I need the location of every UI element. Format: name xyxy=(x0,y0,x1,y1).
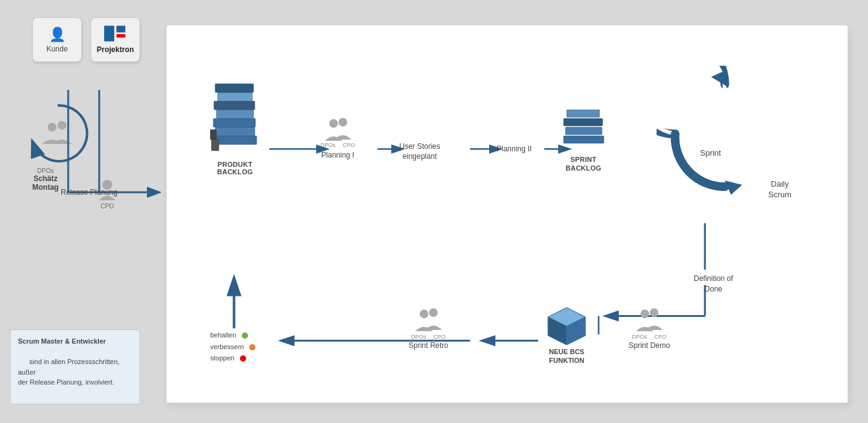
stoppen-label: stoppen xyxy=(210,354,234,362)
svg-point-29 xyxy=(329,119,338,128)
svg-rect-25 xyxy=(218,92,252,101)
planning2-label: Planning II xyxy=(497,145,532,153)
svg-rect-23 xyxy=(216,110,254,118)
info-box-body: sind in allen Prozessschritten, außer de… xyxy=(18,347,132,398)
sprint-retro-persons-icon xyxy=(413,308,444,331)
sprint-demo-cpo-label: CPO xyxy=(655,334,667,340)
svg-point-38 xyxy=(650,308,658,317)
planning1-cpo-label: CPO xyxy=(343,142,355,148)
sprint-backlog-label: SPRINT BACKLOG xyxy=(552,155,614,173)
sprint-retro-cpo-label: CPO xyxy=(433,334,446,340)
svg-point-37 xyxy=(640,309,649,318)
neue-bcs-cube-icon xyxy=(545,305,588,345)
sprint-demo-dpos-label: DPOs xyxy=(632,334,647,340)
kunde-label: Kunde xyxy=(46,45,68,53)
user-stories-line2: eingeplant xyxy=(399,152,440,162)
projektron-label: Projektron xyxy=(97,45,134,54)
sprint-demo-label: Sprint Demo xyxy=(629,341,670,350)
svg-rect-27 xyxy=(211,140,219,151)
svg-rect-21 xyxy=(215,127,255,136)
sprint-demo-persons-icon xyxy=(634,308,665,331)
behalten-label: behalten xyxy=(210,331,236,339)
planning1-dpos-label: DPOs xyxy=(321,142,335,148)
svg-rect-28 xyxy=(210,130,216,140)
behalten-dot-icon xyxy=(242,332,248,339)
svg-rect-34 xyxy=(567,110,600,117)
cpo-left-label: CPO xyxy=(98,203,117,210)
daily-scrum-label: Daily Scrum xyxy=(768,179,792,200)
behalten-row: behalten xyxy=(210,329,255,341)
verbessern-row: verbessern xyxy=(210,341,255,353)
sprint-label: Sprint xyxy=(700,148,721,158)
user-stories-line1: User Stories xyxy=(399,142,440,152)
sprint-backlog-stack-icon xyxy=(560,106,607,153)
sprint-retro-dpos-label: DPOs xyxy=(411,334,426,340)
release-planung-label: Release Planung xyxy=(61,188,117,197)
status-dots-area: behalten verbessern stoppen xyxy=(210,329,255,364)
projektron-card: Projektron xyxy=(91,17,140,62)
main-diagram-box: PRODUKT BACKLOG DPOs CPO Planning I User… xyxy=(166,25,848,403)
sprint-demo-area: DPOs CPO Sprint Demo xyxy=(629,308,670,350)
kunde-card: 👤 Kunde xyxy=(32,17,82,62)
svg-point-43 xyxy=(420,309,428,318)
svg-rect-22 xyxy=(213,118,255,127)
sprint-retro-area: DPOs CPO Sprint Retro xyxy=(409,308,448,350)
svg-rect-32 xyxy=(565,127,602,135)
svg-rect-24 xyxy=(214,101,255,110)
svg-rect-2 xyxy=(117,34,125,37)
info-box-bold: Scrum Master & Entwickler xyxy=(18,337,106,345)
top-boxes: 👤 Kunde Projektron xyxy=(32,17,140,62)
svg-rect-31 xyxy=(564,136,604,143)
definition-done-label: Definition of Done xyxy=(694,274,733,295)
neue-bcs-label: NEUE BCS FUNKTION xyxy=(545,347,588,365)
svg-point-44 xyxy=(429,308,438,317)
planning1-area: DPOs CPO Planning I xyxy=(321,117,355,159)
stoppen-row: stoppen xyxy=(210,352,255,364)
svg-point-30 xyxy=(339,118,347,127)
svg-rect-20 xyxy=(213,136,257,145)
product-backlog-label: PRODUKT BACKLOG xyxy=(204,161,266,176)
kunde-person-icon: 👤 xyxy=(49,27,66,43)
info-box: Scrum Master & Entwickler sind in allen … xyxy=(10,329,140,404)
sprint-backlog: SPRINT BACKLOG xyxy=(552,106,614,173)
page: 👤 Kunde Projektron xyxy=(0,0,868,423)
product-backlog-stack-icon xyxy=(210,80,260,154)
sprint-retro-label: Sprint Retro xyxy=(409,341,448,350)
svg-rect-33 xyxy=(564,118,603,126)
svg-rect-26 xyxy=(215,84,254,92)
svg-rect-0 xyxy=(104,26,114,42)
neue-bcs-area: NEUE BCS FUNKTION xyxy=(545,305,588,365)
product-backlog: PRODUKT BACKLOG xyxy=(204,80,266,176)
projektron-logo-icon xyxy=(104,25,126,43)
verbessern-dot-icon xyxy=(249,344,255,350)
user-stories-label: User Stories eingeplant xyxy=(399,142,440,161)
planning1-label: Planning I xyxy=(321,151,355,159)
svg-rect-1 xyxy=(117,26,125,33)
stoppen-dot-icon xyxy=(240,355,246,362)
release-arrow-icon xyxy=(19,87,161,198)
verbessern-label: verbessern xyxy=(210,343,244,350)
planning1-persons-icon xyxy=(321,117,355,141)
